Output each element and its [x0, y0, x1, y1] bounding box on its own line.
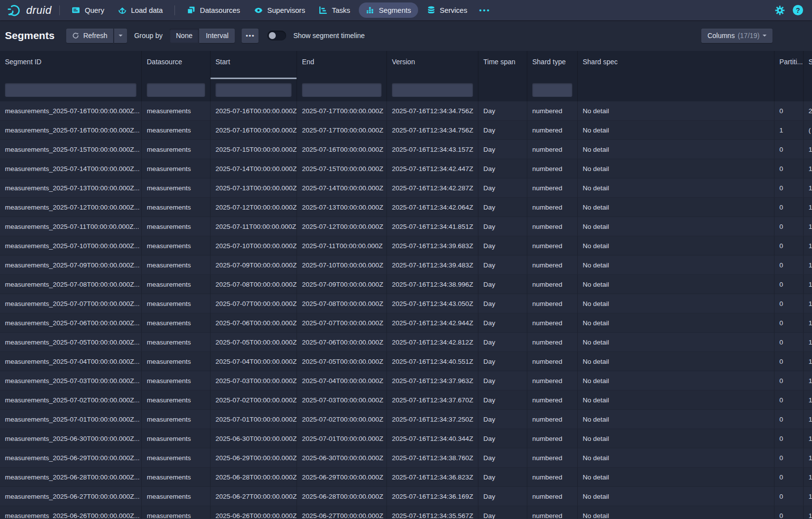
cell-datasource[interactable]: measurements: [142, 101, 211, 121]
cell-shard_spec[interactable]: No detail: [578, 101, 774, 121]
cell-version[interactable]: 2025-07-16T12:34:42.812Z: [387, 333, 478, 352]
filter-input-segment_id[interactable]: [5, 83, 136, 97]
cell-start[interactable]: 2025-07-12T00:00:00.000Z: [211, 198, 297, 217]
cell-datasource[interactable]: measurements: [142, 429, 211, 448]
cell-start[interactable]: 2025-07-10T00:00:00.000Z: [211, 236, 297, 256]
cell-shard_spec[interactable]: No detail: [578, 236, 774, 256]
cell-time_span[interactable]: Day: [478, 178, 527, 198]
cell-segment_id[interactable]: measurements_2025-07-15T00:00:00.000Z...: [0, 140, 142, 159]
cell-start[interactable]: 2025-06-26T00:00:00.000Z: [211, 506, 297, 519]
cell-size[interactable]: 1: [804, 506, 812, 519]
cell-segment_id[interactable]: measurements_2025-07-12T00:00:00.000Z...: [0, 198, 142, 217]
cell-partition[interactable]: 0: [774, 390, 804, 410]
cell-size[interactable]: (: [804, 121, 812, 140]
cell-time_span[interactable]: Day: [478, 410, 527, 429]
cell-start[interactable]: 2025-06-28T00:00:00.000Z: [211, 468, 297, 487]
cell-end[interactable]: 2025-07-14T00:00:00.000Z: [297, 178, 387, 198]
cell-start[interactable]: 2025-07-15T00:00:00.000Z: [211, 140, 297, 159]
cell-partition[interactable]: 0: [774, 371, 804, 390]
cell-shard_type[interactable]: numbered: [527, 140, 578, 159]
cell-partition[interactable]: 0: [774, 506, 804, 519]
cell-shard_type[interactable]: numbered: [527, 371, 578, 390]
cell-start[interactable]: 2025-07-14T00:00:00.000Z: [211, 159, 297, 178]
cell-version[interactable]: 2025-07-16T12:34:37.963Z: [387, 371, 478, 390]
cell-partition[interactable]: 1: [774, 121, 804, 140]
column-header-end[interactable]: End: [297, 51, 387, 79]
filter-input-datasource[interactable]: [147, 83, 205, 97]
filter-input-end[interactable]: [302, 83, 382, 97]
cell-start[interactable]: 2025-07-04T00:00:00.000Z: [211, 352, 297, 371]
cell-shard_spec[interactable]: No detail: [578, 217, 774, 236]
cell-partition[interactable]: 0: [774, 236, 804, 256]
cell-segment_id[interactable]: measurements_2025-07-03T00:00:00.000Z...: [0, 371, 142, 390]
column-header-version[interactable]: Version: [387, 51, 478, 79]
cell-time_span[interactable]: Day: [478, 236, 527, 256]
cell-partition[interactable]: 0: [774, 275, 804, 294]
cell-shard_spec[interactable]: No detail: [578, 371, 774, 390]
cell-end[interactable]: 2025-06-29T00:00:00.000Z: [297, 468, 387, 487]
cell-datasource[interactable]: measurements: [142, 468, 211, 487]
cell-size[interactable]: 1: [804, 390, 812, 410]
cell-time_span[interactable]: Day: [478, 101, 527, 121]
cell-shard_spec[interactable]: No detail: [578, 390, 774, 410]
cell-start[interactable]: 2025-06-30T00:00:00.000Z: [211, 429, 297, 448]
cell-shard_type[interactable]: numbered: [527, 198, 578, 217]
cell-version[interactable]: 2025-07-16T12:34:42.287Z: [387, 178, 478, 198]
cell-end[interactable]: 2025-06-30T00:00:00.000Z: [297, 448, 387, 468]
cell-shard_type[interactable]: numbered: [527, 313, 578, 333]
cell-version[interactable]: 2025-07-16T12:34:34.756Z: [387, 101, 478, 121]
cell-size[interactable]: 1: [804, 313, 812, 333]
cell-shard_type[interactable]: numbered: [527, 333, 578, 352]
column-header-start[interactable]: Start: [211, 51, 297, 79]
filter-input-version[interactable]: [392, 83, 473, 97]
nav-item-datasources[interactable]: Datasources: [180, 0, 247, 20]
cell-shard_type[interactable]: numbered: [527, 159, 578, 178]
cell-time_span[interactable]: Day: [478, 140, 527, 159]
cell-segment_id[interactable]: measurements_2025-06-29T00:00:00.000Z...: [0, 448, 142, 468]
cell-size[interactable]: 1: [804, 140, 812, 159]
cell-size[interactable]: 1: [804, 410, 812, 429]
cell-segment_id[interactable]: measurements_2025-07-14T00:00:00.000Z...: [0, 159, 142, 178]
cell-datasource[interactable]: measurements: [142, 275, 211, 294]
refresh-button[interactable]: Refresh: [66, 29, 113, 43]
nav-item-load-data[interactable]: Load data: [111, 0, 170, 20]
cell-version[interactable]: 2025-07-16T12:34:34.756Z: [387, 121, 478, 140]
cell-size[interactable]: 1: [804, 217, 812, 236]
cell-partition[interactable]: 0: [774, 159, 804, 178]
cell-time_span[interactable]: Day: [478, 487, 527, 506]
cell-end[interactable]: 2025-07-10T00:00:00.000Z: [297, 256, 387, 275]
cell-shard_spec[interactable]: No detail: [578, 140, 774, 159]
nav-item-tasks[interactable]: Tasks: [312, 0, 357, 20]
cell-shard_type[interactable]: numbered: [527, 217, 578, 236]
column-header-time_span[interactable]: Time span: [478, 51, 527, 79]
cell-start[interactable]: 2025-07-06T00:00:00.000Z: [211, 313, 297, 333]
cell-time_span[interactable]: Day: [478, 121, 527, 140]
cell-version[interactable]: 2025-07-16T12:34:37.670Z: [387, 390, 478, 410]
cell-version[interactable]: 2025-07-16T12:34:38.996Z: [387, 275, 478, 294]
cell-start[interactable]: 2025-07-01T00:00:00.000Z: [211, 410, 297, 429]
cell-datasource[interactable]: measurements: [142, 159, 211, 178]
cell-shard_type[interactable]: numbered: [527, 178, 578, 198]
cell-time_span[interactable]: Day: [478, 198, 527, 217]
cell-start[interactable]: 2025-07-03T00:00:00.000Z: [211, 371, 297, 390]
cell-datasource[interactable]: measurements: [142, 410, 211, 429]
cell-size[interactable]: 1: [804, 178, 812, 198]
refresh-menu-button[interactable]: [114, 29, 127, 43]
cell-end[interactable]: 2025-07-07T00:00:00.000Z: [297, 313, 387, 333]
cell-shard_type[interactable]: numbered: [527, 429, 578, 448]
filter-input-start[interactable]: [215, 83, 292, 97]
cell-start[interactable]: 2025-07-13T00:00:00.000Z: [211, 178, 297, 198]
cell-datasource[interactable]: measurements: [142, 487, 211, 506]
column-header-shard_type[interactable]: Shard type: [527, 51, 578, 79]
cell-shard_spec[interactable]: No detail: [578, 313, 774, 333]
cell-partition[interactable]: 0: [774, 178, 804, 198]
cell-segment_id[interactable]: measurements_2025-07-01T00:00:00.000Z...: [0, 410, 142, 429]
cell-shard_spec[interactable]: No detail: [578, 506, 774, 519]
column-header-size[interactable]: S: [804, 51, 812, 79]
cell-shard_spec[interactable]: No detail: [578, 448, 774, 468]
cell-shard_spec[interactable]: No detail: [578, 294, 774, 313]
cell-version[interactable]: 2025-07-16T12:34:39.483Z: [387, 256, 478, 275]
toolbar-more-button[interactable]: •••: [242, 29, 258, 43]
columns-button[interactable]: Columns (17/19): [701, 29, 772, 43]
cell-end[interactable]: 2025-07-16T00:00:00.000Z: [297, 140, 387, 159]
